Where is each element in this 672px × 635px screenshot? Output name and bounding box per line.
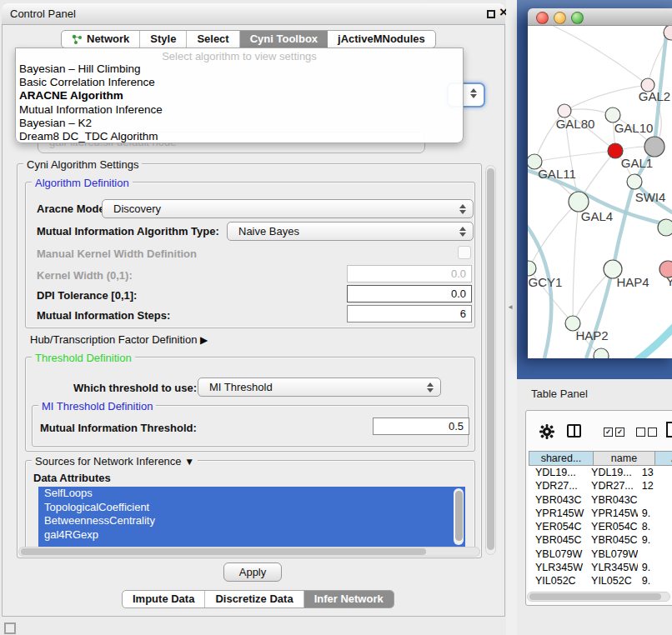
tab-select[interactable]: Select	[187, 31, 239, 48]
network-edge	[529, 202, 579, 268]
table-cell: 9.	[638, 533, 672, 547]
dpi-tolerance-field[interactable]: 0.0	[347, 285, 472, 302]
network-edge	[528, 222, 551, 358]
mi-steps-field[interactable]: 6	[347, 305, 472, 322]
data-attributes-list: SelfLoopsTopologicalCoefficientBetweenne…	[38, 487, 465, 547]
algorithm-option[interactable]: Bayesian – K2	[16, 117, 463, 130]
attribute-list-item[interactable]: gal4RGexp	[38, 528, 465, 542]
settings-hscroll-thumb[interactable]	[21, 548, 426, 555]
network-node[interactable]	[594, 348, 609, 358]
network-node[interactable]	[627, 174, 642, 189]
table-row[interactable]: YDR27...YDR27...12	[529, 479, 672, 492]
apply-button[interactable]: Apply	[223, 562, 282, 582]
algorithm-option[interactable]: Mutual Information Inference	[16, 103, 463, 117]
hub-definition-expander[interactable]: Hub/Transcription Factor Definition ▶	[30, 333, 208, 346]
minimize-traffic-light-icon[interactable]	[554, 12, 566, 24]
export-table-icon[interactable]	[666, 422, 672, 438]
algorithm-option[interactable]: Basic Correlation Inference	[16, 76, 463, 89]
deselect-all-columns-icon[interactable]	[636, 428, 657, 437]
table-row[interactable]: YBR043CYBR043C	[529, 493, 672, 507]
network-node[interactable]	[558, 104, 571, 118]
attribute-list-item[interactable]: SelfLoops	[38, 487, 465, 501]
tab-jactivemnodules[interactable]: jActiveMNodules	[328, 31, 435, 48]
table-cell: YBR045C	[584, 533, 638, 547]
algorithm-definition-title: Algorithm Definition	[32, 177, 133, 189]
network-node[interactable]	[528, 261, 536, 276]
table-row[interactable]: YER054CYER054C8.	[529, 520, 672, 533]
kernel-width-field[interactable]: 0.0	[347, 265, 472, 282]
network-edge	[564, 85, 648, 111]
network-canvas[interactable]: GAL2GAL80GAL10GAL1GAL11SWI4GAL4GCY1HAP4Y…	[528, 26, 672, 358]
table-cell: YDR27...	[529, 479, 584, 492]
mi-threshold-label: Mutual Information Threshold:	[40, 422, 197, 434]
column-view-icon[interactable]	[567, 424, 581, 438]
table-hscroll-thumb[interactable]	[529, 593, 661, 600]
table-row[interactable]: YDL19...YDL19...13	[529, 466, 672, 479]
table-column-header[interactable]: A	[655, 451, 672, 466]
which-threshold-combo[interactable]: MI Threshold	[198, 378, 441, 397]
table-row[interactable]: YBL079WYBL079W	[529, 548, 672, 561]
network-node-label: GCY1	[529, 275, 563, 289]
table-row[interactable]: YBR045CYBR045C9.	[529, 533, 672, 547]
network-node-label: HAP2	[575, 328, 608, 342]
table-header-row: shared...nameA	[529, 451, 672, 466]
float-window-icon[interactable]	[487, 10, 495, 18]
select-all-columns-icon[interactable]: ✓ ✓	[604, 428, 624, 437]
tab-impute-data[interactable]: Impute Data	[123, 591, 205, 608]
control-panel-titlebar	[2, 3, 505, 25]
tab-infer-network[interactable]: Infer Network	[304, 591, 394, 608]
tab-cyni-toolbox[interactable]: Cyni Toolbox	[240, 31, 328, 48]
table-cell: YER054C	[529, 520, 584, 533]
mi-threshold-field[interactable]: 0.5	[373, 418, 469, 435]
table-cell: 9.	[638, 574, 672, 588]
table-cell: 8.	[638, 520, 672, 533]
settings-horizontal-scrollbar[interactable]	[18, 547, 480, 557]
network-node-label: GAL11	[538, 167, 576, 181]
table-row[interactable]: YLR345WYLR345W9.	[529, 561, 672, 574]
attribute-list-item[interactable]: BetweennessCentrality	[38, 514, 465, 528]
data-attributes-label: Data Attributes	[33, 472, 111, 484]
zoom-traffic-light-icon[interactable]	[571, 12, 584, 24]
algorithm-option[interactable]: Dream8 DC_TDC Algorithm	[16, 130, 463, 143]
attribute-list-item[interactable]: TopologicalCoefficient	[38, 501, 465, 515]
network-icon	[72, 34, 83, 45]
table-column-header[interactable]: name	[594, 451, 655, 466]
network-node-label: HAP4	[616, 275, 649, 289]
network-node-label: SWI4	[635, 190, 666, 204]
table-row[interactable]: YIL052CYIL052C9.	[529, 574, 672, 588]
bottom-corner-icon[interactable]	[4, 622, 16, 634]
table-horizontal-scrollbar[interactable]	[527, 592, 670, 602]
close-traffic-light-icon[interactable]	[536, 12, 549, 24]
mi-steps-label: Mutual Information Steps:	[37, 309, 170, 322]
sources-group-title[interactable]: Sources for Network Inference ▼	[32, 455, 198, 468]
attributes-scrollbar-thumb[interactable]	[455, 491, 463, 541]
gear-icon[interactable]	[539, 423, 555, 440]
table-column-header[interactable]: shared...	[529, 451, 594, 466]
algorithm-option[interactable]: ARACNE Algorithm	[16, 89, 463, 102]
tab-discretize-data[interactable]: Discretize Data	[205, 591, 303, 608]
mi-algorithm-type-combo[interactable]: Naive Bayes	[227, 222, 474, 241]
which-threshold-value: MI Threshold	[209, 381, 273, 393]
settings-vertical-scrollbar[interactable]	[485, 165, 496, 555]
panel-splitter[interactable]	[506, 0, 517, 635]
network-node-label: GAL1	[621, 156, 653, 170]
table-row[interactable]: YPR145WYPR145W9.	[529, 507, 672, 520]
algorithm-option[interactable]: Bayesian – Hill Climbing	[16, 62, 463, 76]
manual-kernel-checkbox[interactable]	[458, 246, 471, 259]
network-node-label: GAL4	[581, 209, 613, 223]
network-node[interactable]	[658, 219, 672, 236]
combo-stepper-icon	[470, 88, 477, 99]
tab-style[interactable]: Style	[140, 31, 187, 48]
aracne-mode-combo[interactable]: Discovery	[102, 199, 474, 218]
splitter-collapse-icon[interactable]: ◄	[507, 303, 514, 311]
table-cell: YBR043C	[584, 493, 638, 507]
network-window-titlebar[interactable]	[528, 8, 672, 26]
settings-vscroll-thumb[interactable]	[487, 168, 494, 550]
mi-algorithm-type-value: Naive Bayes	[238, 225, 299, 238]
combo-stepper-icon	[459, 226, 466, 238]
checked-box-icon: ✓	[615, 428, 624, 437]
tab-network[interactable]: Network	[62, 31, 140, 48]
expander-right-icon: ▶	[200, 334, 208, 346]
table-cell: YLR345W	[584, 561, 638, 574]
network-node[interactable]	[644, 137, 664, 157]
